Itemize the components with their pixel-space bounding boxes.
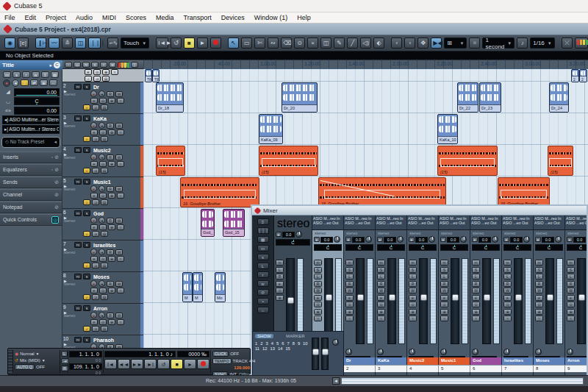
expand-icon[interactable]: ▸ bbox=[49, 63, 52, 68]
edit-channel-button[interactable]: e bbox=[377, 237, 383, 242]
inserts-state-icon[interactable]: ⊙ bbox=[99, 224, 107, 230]
sends-state-icon[interactable]: ≈ bbox=[503, 316, 512, 321]
input-gain-knob[interactable] bbox=[429, 236, 435, 243]
mute-button[interactable]: m bbox=[74, 242, 82, 248]
marker-number-10[interactable]: 10 bbox=[303, 341, 307, 346]
bus-insert-state-icon[interactable]: ⊙ bbox=[276, 288, 284, 293]
output-knob[interactable] bbox=[472, 349, 478, 355]
lanes-icon[interactable]: ▤ bbox=[101, 199, 108, 205]
track-filter-icon[interactable]: ▭ bbox=[74, 62, 81, 68]
monitor-button[interactable]: ◂ bbox=[98, 280, 105, 287]
activate-project-button[interactable]: ◉ bbox=[4, 38, 15, 49]
monitor-button[interactable]: ◂ bbox=[98, 122, 105, 129]
edit-channel-icon[interactable]: e bbox=[90, 224, 98, 230]
read-button[interactable]: R bbox=[440, 281, 448, 287]
edit-channel-button[interactable]: e bbox=[345, 237, 351, 242]
record-enable-button[interactable]: ● bbox=[90, 249, 97, 255]
menu-midi[interactable]: MIDI bbox=[102, 14, 116, 21]
lanes-icon[interactable]: ▤ bbox=[101, 231, 108, 237]
mixer-strip-God[interactable]: ASIO M...reo InASIO ...eo Outstereoe0.0C… bbox=[470, 215, 502, 375]
object-select-tool[interactable]: ↖ bbox=[228, 38, 239, 49]
read-button[interactable]: R bbox=[567, 281, 575, 287]
sends-state-icon[interactable]: ≈ bbox=[117, 98, 124, 104]
sends-state-icon[interactable]: ≈ bbox=[117, 161, 124, 167]
output-knob[interactable] bbox=[377, 349, 384, 355]
track-add-icon[interactable]: ◦ bbox=[65, 62, 72, 68]
fader-cap[interactable] bbox=[357, 294, 364, 301]
eq-state-icon[interactable]: ⊕ bbox=[108, 256, 115, 262]
sends-state-icon[interactable]: ≈ bbox=[117, 256, 124, 262]
read-automation-button[interactable]: R bbox=[107, 154, 114, 160]
inspector-section-equalizers[interactable]: Equalizers◦ ⊘ bbox=[0, 164, 62, 176]
monitor-button[interactable]: ◂ bbox=[98, 185, 105, 192]
pan-display[interactable]: C bbox=[377, 244, 405, 251]
clip--15-[interactable]: (15) bbox=[156, 146, 185, 176]
write-button[interactable]: W bbox=[377, 288, 385, 293]
menu-window-1-[interactable]: Window (1) bbox=[254, 14, 288, 21]
crosshair-cursor-button[interactable]: ⤫ bbox=[562, 38, 573, 49]
clip-dr-18[interactable]: Dr_18 bbox=[156, 82, 184, 113]
pan-display[interactable]: C bbox=[345, 244, 373, 251]
quantize-icon-button[interactable]: ♪ bbox=[517, 38, 528, 49]
goto-locator-button[interactable]: I◄►I bbox=[156, 38, 168, 49]
timebase-icon[interactable]: ♪ bbox=[83, 231, 90, 237]
folder-icon[interactable]: ⊐ bbox=[93, 76, 101, 82]
marker-number-4[interactable]: 4 bbox=[271, 341, 273, 346]
stop-button[interactable]: ■ bbox=[184, 38, 195, 49]
solo-button[interactable]: S bbox=[345, 267, 354, 273]
mixer-read-all-icon[interactable]: r bbox=[257, 271, 269, 278]
solo-button[interactable]: s bbox=[83, 274, 90, 279]
folder-icon[interactable]: ⊐ bbox=[92, 294, 99, 300]
monitor-button[interactable]: ◂ bbox=[98, 154, 105, 160]
record-enable-button[interactable]: ● bbox=[90, 90, 97, 97]
mute-button[interactable]: m bbox=[74, 179, 82, 185]
write-button[interactable]: W bbox=[472, 288, 480, 293]
inspector-section-notepad[interactable]: Notepad⊘ bbox=[0, 202, 62, 213]
channel-fader[interactable] bbox=[356, 258, 365, 344]
record-enable-button[interactable]: ● bbox=[90, 280, 97, 287]
solo-button[interactable]: S bbox=[472, 267, 480, 273]
track-row-1-partial[interactable]: e⊙⊕≈♪⊐▤ bbox=[62, 69, 143, 82]
fader-cap[interactable] bbox=[515, 294, 522, 301]
rec-mode-value[interactable]: Normal bbox=[20, 352, 34, 356]
folder-icon[interactable]: ⊐ bbox=[92, 263, 99, 268]
clip-2[interactable]: 2 bbox=[571, 69, 579, 82]
track-colors-icon[interactable] bbox=[118, 62, 129, 68]
write-button[interactable]: W bbox=[567, 288, 575, 293]
edit-channel-icon[interactable]: e bbox=[90, 98, 98, 104]
channel-fader[interactable] bbox=[482, 258, 491, 344]
output-knob[interactable] bbox=[567, 349, 573, 355]
mute-button[interactable]: m bbox=[377, 260, 385, 266]
sends-state-icon[interactable]: ≈ bbox=[117, 224, 124, 230]
edit-channel-icon[interactable]: e bbox=[90, 161, 98, 167]
mixer-strip-Arron[interactable]: ASIO M...reo InASIO ...eo Outstereoe0.0C… bbox=[565, 215, 588, 375]
inspector-section-channel[interactable]: Channel⊘ bbox=[0, 189, 62, 201]
mixer-strip-Moses[interactable]: ASIO M...reo InASIO ...eo Outstereoe0.0C… bbox=[534, 215, 565, 375]
inserts-state-icon[interactable]: ⊙ bbox=[503, 302, 512, 307]
marker-number-9[interactable]: 9 bbox=[298, 341, 300, 346]
musical-mode-button[interactable]: ⊞ bbox=[40, 79, 48, 86]
input-gain-value[interactable]: 0.0 bbox=[478, 237, 491, 243]
open-mixer-button[interactable]: ❘❘❘ bbox=[88, 38, 101, 49]
play-button[interactable]: ► bbox=[184, 359, 196, 369]
write-automation-button[interactable]: w bbox=[32, 71, 40, 78]
timebase-icon[interactable]: ♪ bbox=[83, 168, 90, 174]
input-gain-knob[interactable] bbox=[460, 236, 467, 243]
solo-button[interactable]: S bbox=[440, 267, 448, 273]
pan-display[interactable]: C bbox=[503, 244, 531, 251]
mixer-mute-all-icon[interactable]: m bbox=[257, 245, 269, 252]
left-locator-display[interactable]: 1. 1. 1. 0 bbox=[69, 351, 102, 357]
clip-kaka-09[interactable]: KaKa_09 bbox=[259, 114, 283, 144]
goto-start-button[interactable]: I◄ bbox=[104, 359, 117, 369]
track-row-moses[interactable]: ▶8msMoses●◂RWe⊙⊕≈♪⊐▤stereo bbox=[62, 272, 143, 304]
edit-button[interactable]: e bbox=[377, 295, 385, 301]
eq-state-icon[interactable]: ⊕ bbox=[503, 309, 512, 315]
sends-state-icon[interactable]: ≈ bbox=[117, 288, 124, 293]
timebase-icon[interactable]: ♪ bbox=[83, 326, 90, 332]
clip-god-15[interactable]: God_15 bbox=[223, 209, 245, 237]
edit-button[interactable]: e bbox=[345, 295, 354, 301]
grid-type-dropdown[interactable]: 1 second▼ bbox=[482, 38, 514, 49]
zoom-tool[interactable]: ⊙ bbox=[294, 38, 305, 49]
mixer-view-icon[interactable]: ⌂ bbox=[257, 307, 269, 313]
scroll-left-icon[interactable]: ◄ bbox=[332, 377, 340, 385]
